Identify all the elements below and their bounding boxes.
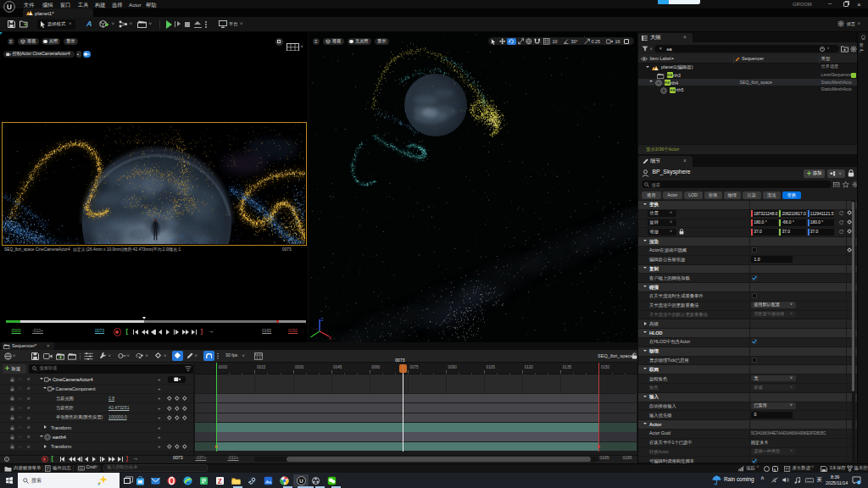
svg-text:X: X — [329, 336, 331, 340]
svg-text:Z: Z — [320, 318, 323, 322]
svg-text:Z: Z — [218, 478, 222, 485]
